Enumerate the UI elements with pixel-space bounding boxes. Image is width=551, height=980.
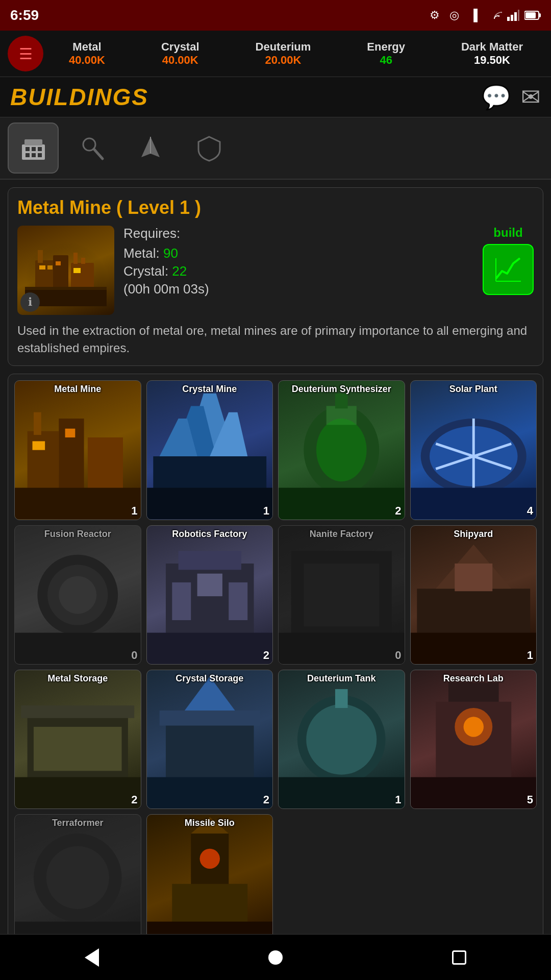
svg-rect-85 <box>335 689 348 708</box>
status-icons: ⚙ ◎ ▐ <box>428 8 541 22</box>
tab-ships[interactable] <box>125 122 176 174</box>
building-card-robotics-factory[interactable]: Robotics Factory2 <box>146 525 273 665</box>
building-card-research-lab[interactable]: Research Lab5 <box>410 670 537 809</box>
nanite-factory-level: 0 <box>395 649 401 662</box>
crystal-mine-image <box>147 381 273 519</box>
req-time: (00h 00m 03s) <box>123 281 473 297</box>
svg-rect-25 <box>81 258 85 264</box>
building-card-deuterium-synthesizer[interactable]: Deuterium Synthesizer2 <box>278 380 405 520</box>
building-card-deuterium-tank[interactable]: Deuterium Tank1 <box>278 670 405 809</box>
shipyard-label: Shipyard <box>411 529 537 540</box>
building-card-metal-mine[interactable]: Metal Mine1 <box>14 380 141 520</box>
svg-rect-20 <box>35 260 56 291</box>
svg-rect-31 <box>25 287 107 290</box>
detail-title: Metal Mine ( Level 1 ) <box>17 197 534 218</box>
svg-rect-22 <box>53 255 68 291</box>
svg-point-50 <box>316 419 367 481</box>
crystal-mine-level: 1 <box>263 504 269 518</box>
req-crystal-row: Crystal: 22 <box>123 263 473 279</box>
svg-rect-38 <box>15 488 141 520</box>
research-lab-level: 5 <box>527 793 533 806</box>
signal-icon <box>507 10 519 21</box>
svg-rect-26 <box>39 265 45 270</box>
robotics-factory-image <box>147 526 273 664</box>
metal-value: 40.00K <box>69 54 105 67</box>
building-card-crystal-mine[interactable]: Crystal Mine1 <box>146 380 273 520</box>
detail-info: Requires: Metal: 90 Crystal: 22 (00h 00m… <box>123 226 473 301</box>
recent-icon <box>452 950 466 965</box>
building-card-shipyard[interactable]: Shipyard1 <box>410 525 537 665</box>
ships-tab-icon <box>137 134 165 162</box>
svg-rect-57 <box>411 488 537 520</box>
deuterium-synthesizer-level: 2 <box>395 504 401 518</box>
svg-rect-11 <box>38 147 42 151</box>
svg-rect-6 <box>525 12 536 18</box>
sim-status-icon: ▐ <box>466 8 481 22</box>
building-card-solar-plant[interactable]: Solar Plant4 <box>410 380 537 520</box>
page-header: Buildings 💬 ✉ <box>0 77 551 117</box>
status-bar: 6:59 ⚙ ◎ ▐ <box>0 0 551 31</box>
menu-button[interactable]: ☰ <box>8 36 43 71</box>
metal-mine-image <box>15 381 141 519</box>
svg-rect-27 <box>47 265 53 270</box>
svg-rect-86 <box>279 777 405 808</box>
metal-mine-label: Metal Mine <box>15 384 141 395</box>
requires-label: Requires: <box>123 226 473 241</box>
svg-point-93 <box>46 846 109 909</box>
tab-defense[interactable] <box>184 122 235 174</box>
req-metal-row: Metal: 90 <box>123 246 473 261</box>
detail-image: ℹ <box>17 226 114 315</box>
recent-button[interactable] <box>439 937 480 978</box>
research-lab-image <box>411 670 537 808</box>
svg-rect-66 <box>197 573 222 596</box>
back-button[interactable] <box>71 937 112 978</box>
header-actions: 💬 ✉ <box>482 83 541 111</box>
crystal-value: 40.00K <box>162 54 198 67</box>
req-metal-value: 90 <box>163 246 178 261</box>
building-card-crystal-storage[interactable]: Crystal Storage2 <box>146 670 273 809</box>
building-card-missile-silo[interactable]: Missile Silo0 <box>146 814 273 953</box>
deuterium-tank-level: 1 <box>395 793 401 806</box>
build-button[interactable] <box>483 244 534 295</box>
settings-status-icon: ⚙ <box>428 8 442 22</box>
metal-storage-image <box>15 670 141 808</box>
chat-icon[interactable]: 💬 <box>482 83 511 111</box>
svg-rect-2 <box>514 12 517 21</box>
svg-rect-51 <box>279 488 405 520</box>
svg-rect-67 <box>147 632 273 664</box>
defense-tab-icon <box>195 134 223 162</box>
resource-energy: Energy 46 <box>367 40 405 67</box>
shipyard-level: 1 <box>527 649 533 662</box>
solar-plant-image <box>411 381 537 519</box>
tab-research[interactable] <box>66 122 117 174</box>
svg-rect-5 <box>539 13 541 17</box>
svg-point-99 <box>199 849 219 869</box>
mail-icon[interactable]: ✉ <box>521 83 541 111</box>
metal-label: Metal <box>72 40 101 54</box>
metal-mine-level: 1 <box>131 504 137 518</box>
fusion-reactor-level: 0 <box>131 649 137 662</box>
home-button[interactable] <box>255 937 296 978</box>
building-card-nanite-factory[interactable]: Nanite Factory0 <box>278 525 405 665</box>
svg-rect-10 <box>32 147 36 151</box>
req-crystal-value: 22 <box>172 263 187 279</box>
crystal-storage-label: Crystal Storage <box>147 673 273 684</box>
build-chart-icon <box>492 253 525 286</box>
tab-buildings[interactable] <box>8 122 59 174</box>
buildings-tab-icon <box>19 134 47 162</box>
energy-value: 46 <box>380 54 392 67</box>
info-icon[interactable]: ℹ <box>20 292 40 312</box>
building-card-fusion-reactor[interactable]: Fusion Reactor0 <box>14 525 141 665</box>
buildings-grid-section: Metal Mine1 Crystal Mine1 Deuterium Synt… <box>8 374 543 960</box>
building-card-terraformer[interactable]: Terraformer0 <box>14 814 141 953</box>
svg-point-60 <box>59 576 96 614</box>
svg-rect-74 <box>411 632 537 664</box>
svg-rect-70 <box>279 632 405 664</box>
svg-rect-73 <box>455 564 492 591</box>
detail-body: ℹ Requires: Metal: 90 Crystal: 22 (00h 0… <box>17 226 534 315</box>
building-card-metal-storage[interactable]: Metal Storage2 <box>14 670 141 809</box>
research-lab-label: Research Lab <box>411 673 537 684</box>
battery-icon <box>524 10 541 21</box>
svg-rect-61 <box>15 632 141 664</box>
deuterium-tank-label: Deuterium Tank <box>279 673 405 684</box>
